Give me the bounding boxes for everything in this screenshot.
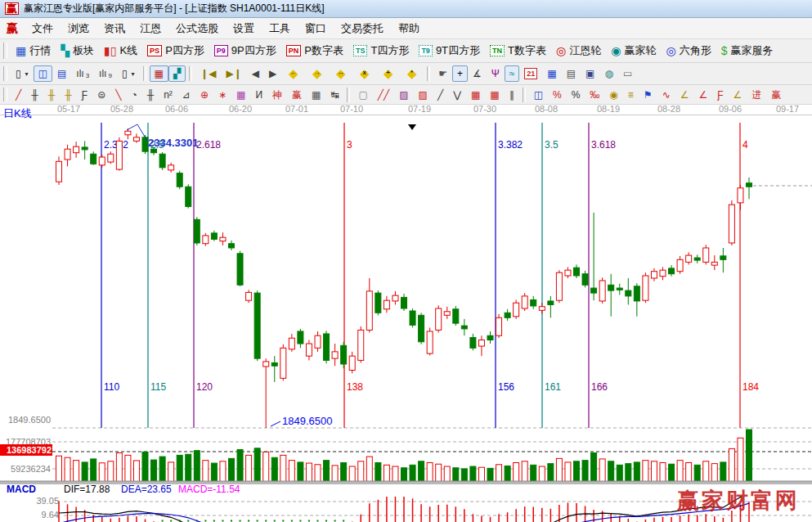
p-square-button[interactable]: PSP四方形 xyxy=(142,41,209,61)
crosshair-tool[interactable]: + xyxy=(452,65,468,82)
percent-retrace-tool[interactable]: ‰ xyxy=(585,87,604,103)
menu-window[interactable]: 窗口 xyxy=(298,20,334,38)
advance-tool[interactable]: 进 xyxy=(747,87,766,103)
titlebar[interactable]: 赢 赢家江恩专业版[赢家内部服务平台] - [上证指数 SH1A0001-111… xyxy=(0,0,812,18)
chart-3-button[interactable]: ılı3 xyxy=(71,65,94,82)
v-line-tool[interactable]: ⋁ xyxy=(448,87,466,103)
draw-overlay-toggle[interactable]: ◫ xyxy=(34,65,52,82)
j-angle-tool[interactable]: ∠ xyxy=(693,87,712,103)
diamond-h-button[interactable]: ◆↔ xyxy=(329,65,352,83)
trend-line-tool[interactable]: ╱ xyxy=(433,87,448,103)
sectors-button[interactable]: ▚板块 xyxy=(56,41,99,61)
pattern-tool[interactable]: ≈ xyxy=(505,65,520,82)
menu-trade-entrust[interactable]: 交易委托 xyxy=(334,20,391,38)
menu-help[interactable]: 帮助 xyxy=(391,20,427,38)
first-page-button[interactable]: ❙◀ xyxy=(195,65,221,82)
star-grid-tool[interactable]: ∗ xyxy=(213,87,231,103)
next-button[interactable]: ▶ xyxy=(264,65,281,82)
notes-button[interactable]: ▤ xyxy=(562,65,581,82)
workstation-button[interactable]: ▭ xyxy=(618,65,637,82)
gold-circle-tool[interactable]: ◉ xyxy=(604,87,622,103)
t-digit-table-button[interactable]: TNT数字表 xyxy=(485,41,551,61)
ray-fan-tool[interactable]: ╱╱ xyxy=(373,87,394,103)
chart-9-button[interactable]: ılı9 xyxy=(94,65,117,82)
candle-tool-dropdown[interactable]: ▯▾ xyxy=(117,65,140,82)
t-square-button[interactable]: TST四方形 xyxy=(348,41,414,61)
red-grid2-tool[interactable]: ▦ xyxy=(485,87,504,103)
shear-box-tool[interactable]: ▨ xyxy=(394,87,413,103)
f-angle-tool[interactable]: Ƒ xyxy=(712,87,728,103)
menu-settings[interactable]: 设置 xyxy=(226,20,262,38)
menu-news[interactable]: 资讯 xyxy=(96,20,132,38)
angle-measure-tool[interactable]: ∡ xyxy=(468,65,487,82)
calendar-button[interactable]: 21 xyxy=(519,65,542,82)
hist-candle-tool[interactable]: ◫ xyxy=(529,87,548,103)
gann-fence-f-tool[interactable]: Ƒ xyxy=(77,87,92,103)
menu-gann[interactable]: 江恩 xyxy=(132,20,168,38)
menu-formula-picker[interactable]: 公式选股 xyxy=(168,20,226,38)
gann-fence-gold-tool[interactable]: ╫ xyxy=(43,87,61,103)
tick-ruler-tool[interactable]: ╫ xyxy=(142,87,159,103)
ying-tool[interactable]: 赢 xyxy=(766,87,786,103)
gold-angle-tool[interactable]: ∠ xyxy=(675,87,694,103)
gann-compass-tool[interactable]: ⊕ xyxy=(195,87,213,103)
calculator-button[interactable]: ▦ xyxy=(542,65,561,82)
toolbar-grip[interactable] xyxy=(3,66,7,81)
time-cycle-tool[interactable]: ◔ xyxy=(126,87,141,103)
red-grid-tool[interactable]: ▦ xyxy=(466,87,485,103)
diamond-left-button[interactable]: ◆← xyxy=(281,65,305,83)
web-link-button[interactable]: ◍ xyxy=(599,65,617,82)
save-button[interactable]: ▣ xyxy=(581,65,599,82)
prev-button[interactable]: ◀ xyxy=(247,65,264,82)
wave-tool[interactable]: ∿ xyxy=(657,87,675,103)
frame-select-tool[interactable]: ▢ xyxy=(353,87,372,103)
gann-shape-tool[interactable]: Ψ xyxy=(487,65,505,82)
gann-fence-gold2-tool[interactable]: ╫ xyxy=(60,87,77,103)
p-digit-table-button[interactable]: PNP数字表 xyxy=(281,41,348,61)
percent-tool[interactable]: % xyxy=(567,87,585,103)
angle-ruler-tool[interactable]: ⊿ xyxy=(177,87,195,103)
flag-tool[interactable]: ⚑ xyxy=(639,87,657,103)
toolbar-grip[interactable] xyxy=(3,43,7,59)
span-arrows-tool[interactable]: ↹ xyxy=(325,87,343,103)
kline-button[interactable]: ▮▯K线 xyxy=(99,41,142,61)
marker-pen-tool[interactable]: ╲ xyxy=(110,87,126,103)
volume-profile-toggle[interactable]: ▞ xyxy=(168,65,186,82)
menu-file[interactable]: 文件 xyxy=(25,20,61,38)
menu-tools[interactable]: 工具 xyxy=(262,20,298,38)
hand-tool[interactable]: ☛ xyxy=(433,65,452,82)
diamond-x-button[interactable]: ◆x xyxy=(352,65,376,83)
quotes-button[interactable]: ▦行情 xyxy=(11,41,56,61)
winner-wheel-button[interactable]: ◉赢家轮 xyxy=(606,41,661,61)
gold-section-tool[interactable]: ≡ xyxy=(623,87,639,103)
gann-fence-tool[interactable]: ╫ xyxy=(26,87,43,103)
diamond-plus-button[interactable]: ◆+ xyxy=(376,65,400,83)
hexagon-button[interactable]: ◎六角形 xyxy=(661,41,716,61)
diamond-right-button[interactable]: ◆→ xyxy=(305,65,329,83)
brush-tool[interactable]: ╱ xyxy=(11,87,26,103)
toolbar-grip[interactable] xyxy=(3,88,7,101)
gold-angle2-tool[interactable]: ∠ xyxy=(729,87,747,103)
n-square-tool[interactable]: n² xyxy=(159,87,177,103)
macd-pane-title[interactable]: MACD xyxy=(7,484,36,495)
kline-chart[interactable]: 05-1705-2806-0606-2007-0107-1007-1907-30… xyxy=(0,105,812,522)
9t-square-button[interactable]: T99T四方形 xyxy=(414,41,485,61)
percent-line-tool[interactable]: % xyxy=(548,87,567,103)
cross-grid-tool[interactable]: ▦ xyxy=(231,87,250,103)
diamond-all-button[interactable]: ◆* xyxy=(400,65,424,83)
candle-style-dropdown[interactable]: ▯▾ xyxy=(11,65,34,82)
grid-123-tool[interactable]: ▦ xyxy=(307,87,325,103)
9p-square-button[interactable]: P99P四方形 xyxy=(209,41,281,61)
gann-grid-toggle[interactable]: ▦ xyxy=(150,65,168,82)
shear-box2-tool[interactable]: ▨ xyxy=(414,87,433,103)
info-list-button[interactable]: ▤ xyxy=(52,65,71,82)
menu-browse[interactable]: 浏览 xyxy=(61,20,96,38)
gann-wheel-button[interactable]: ◎江恩轮 xyxy=(551,41,606,61)
ying-fence-tool[interactable]: 赢 xyxy=(287,87,307,103)
winner-service-button[interactable]: $赢家服务 xyxy=(716,41,778,61)
zigzag-tool[interactable]: И xyxy=(250,87,267,103)
gann-coil-tool[interactable]: ⊜ xyxy=(92,87,110,103)
parallel-lines-tool[interactable]: ∥ xyxy=(505,87,519,103)
shen-tool[interactable]: 神 xyxy=(267,87,287,103)
last-page-button[interactable]: ▶❙ xyxy=(221,65,246,82)
